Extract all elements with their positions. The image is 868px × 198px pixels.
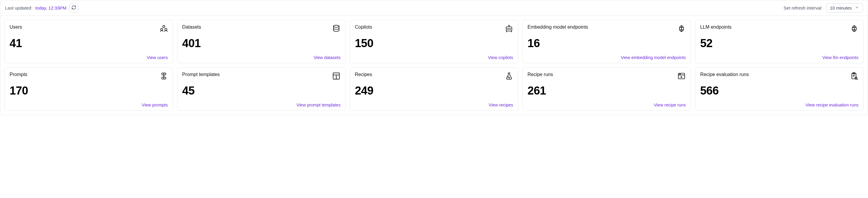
refresh-interval-label: Set refresh interval: [784, 5, 823, 10]
card-recipe-evaluation-runs: Recipe evaluation runs 566 View recipe e… [695, 67, 864, 111]
card-title: Prompts [9, 72, 28, 77]
card-value: 566 [700, 84, 859, 97]
card-value: 52 [700, 37, 859, 50]
header-bar: Last updated: today, 12:33PM Set refresh… [0, 0, 868, 16]
card-recipe-runs: Recipe runs 261 View recipe runs [523, 67, 691, 111]
view-datasets-link[interactable]: View datasets [182, 55, 341, 60]
chevron-down-icon [855, 5, 859, 10]
layout-template-icon [332, 72, 340, 81]
metrics-cards-grid: Users 41 View users Datasets 401 View da… [0, 16, 868, 115]
card-title: Datasets [182, 25, 201, 30]
card-copilots: Copilots 150 View copilots [350, 20, 518, 63]
card-title: Recipe runs [528, 72, 553, 77]
flask-icon [505, 72, 513, 81]
users-icon [160, 25, 168, 34]
view-prompt-templates-link[interactable]: View prompt templates [182, 103, 341, 107]
card-users: Users 41 View users [4, 20, 173, 63]
svg-point-5 [507, 29, 508, 30]
svg-rect-4 [506, 27, 512, 31]
view-recipe-evaluation-runs-link[interactable]: View recipe evaluation runs [700, 103, 859, 107]
refresh-icon [71, 5, 76, 11]
card-value: 401 [182, 37, 341, 50]
database-icon [332, 25, 340, 34]
refresh-interval-group: Set refresh interval: 10 minutes [784, 3, 863, 12]
view-recipe-runs-link[interactable]: View recipe runs [528, 103, 686, 107]
card-title: Copilots [355, 25, 372, 30]
card-datasets: Datasets 401 View datasets [177, 20, 346, 63]
card-value: 170 [9, 84, 168, 97]
last-updated-group: Last updated: today, 12:33PM [5, 4, 78, 12]
card-title: LLM endpoints [700, 25, 732, 30]
card-value: 150 [355, 37, 513, 50]
svg-point-6 [509, 29, 510, 30]
svg-point-14 [508, 77, 509, 78]
card-value: 45 [182, 84, 341, 97]
svg-point-18 [679, 74, 680, 74]
refresh-interval-select[interactable]: 10 minutes [826, 3, 863, 12]
neural-network-icon [677, 25, 686, 34]
command-icon [160, 72, 168, 81]
card-title: Embedding model endpoints [528, 25, 588, 30]
last-updated-value: today, 12:33PM [35, 5, 66, 10]
view-prompts-link[interactable]: View prompts [9, 103, 168, 107]
browser-play-icon [677, 72, 686, 81]
card-title: Recipe evaluation runs [700, 72, 749, 77]
svg-line-26 [857, 79, 858, 80]
card-recipes: Recipes 249 View recipes [350, 67, 518, 111]
view-recipes-link[interactable]: View recipes [355, 103, 513, 107]
card-value: 41 [9, 37, 168, 50]
card-title: Recipes [355, 72, 372, 77]
svg-point-1 [160, 28, 163, 30]
refresh-button[interactable] [69, 4, 78, 12]
card-embedding-endpoints: Embedding model endpoints 16 View embedd… [523, 20, 691, 63]
svg-point-19 [680, 74, 681, 74]
view-copilots-link[interactable]: View copilots [355, 55, 513, 60]
card-prompts: Prompts 170 View prompts [4, 67, 173, 111]
svg-marker-20 [681, 76, 683, 78]
svg-point-15 [509, 78, 509, 78]
last-updated-label: Last updated: [5, 5, 32, 10]
robot-icon [505, 25, 513, 34]
view-users-link[interactable]: View users [9, 55, 168, 60]
neural-network-icon [850, 25, 859, 34]
card-value: 249 [355, 84, 513, 97]
card-title: Prompt templates [182, 72, 220, 77]
card-value: 16 [528, 37, 686, 50]
svg-point-2 [165, 28, 167, 30]
svg-point-3 [334, 25, 339, 27]
card-prompt-templates: Prompt templates 45 View prompt template… [177, 67, 346, 111]
card-value: 261 [528, 84, 686, 97]
dashboard-panel: Last updated: today, 12:33PM Set refresh… [0, 0, 868, 115]
refresh-interval-value: 10 minutes [830, 5, 852, 10]
card-llm-endpoints: LLM endpoints 52 View llm endpoints [695, 20, 864, 63]
view-llm-endpoints-link[interactable]: View llm endpoints [700, 55, 859, 60]
svg-point-0 [163, 26, 165, 28]
view-embedding-endpoints-link[interactable]: View embedding model endpoints [528, 55, 686, 60]
clipboard-search-icon [850, 72, 859, 81]
card-title: Users [9, 25, 22, 30]
